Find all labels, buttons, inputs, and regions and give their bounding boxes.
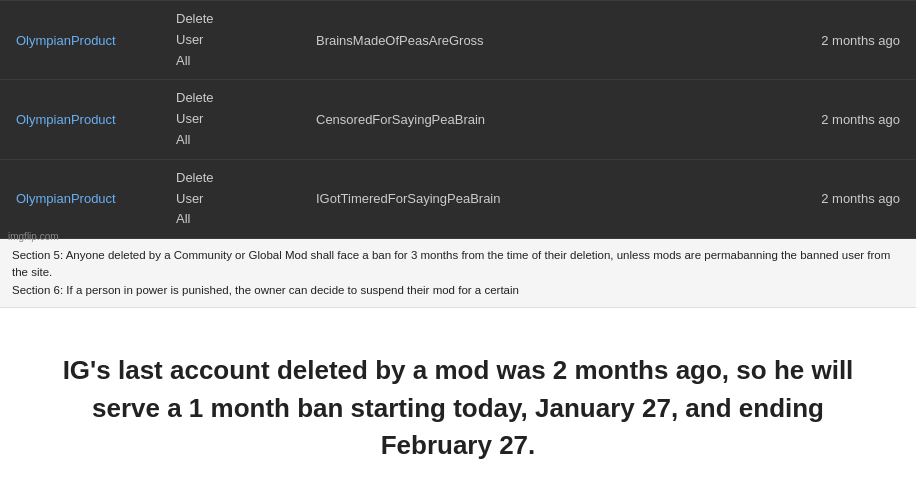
statement-section: IG's last account deleted by a mod was 2… [0,308,916,500]
rules-text: Section 5: Anyone deleted by a Community… [12,247,904,299]
col-target: IGotTimeredForSayingPeaBrain [316,191,770,206]
section5-text: Section 5: Anyone deleted by a Community… [12,249,890,278]
table-row: OlympianProduct DeleteUserAll IGotTimere… [0,160,916,239]
col-target: CensoredForSayingPeaBrain [316,112,770,127]
col-action: DeleteUserAll [176,168,316,230]
statement-text: IG's last account deleted by a mod was 2… [60,352,856,465]
bottom-area: Section 5: Anyone deleted by a Community… [0,239,916,500]
col-user: OlympianProduct [16,33,176,48]
col-time: 2 months ago [770,191,900,206]
section6-text: Section 6: If a person in power is punis… [12,284,519,296]
rules-section: Section 5: Anyone deleted by a Community… [0,239,916,308]
table-row: OlympianProduct DeleteUserAll CensoredFo… [0,80,916,159]
col-action: DeleteUserAll [176,9,316,71]
col-user: OlympianProduct [16,191,176,206]
col-target: BrainsMadeOfPeasAreGross [316,33,770,48]
table-row: OlympianProduct DeleteUserAll BrainsMade… [0,0,916,80]
col-user: OlympianProduct [16,112,176,127]
watermark: imgflip.com [8,231,59,242]
top-section: OlympianProduct DeleteUserAll BrainsMade… [0,0,916,239]
col-time: 2 months ago [770,33,900,48]
col-time: 2 months ago [770,112,900,127]
col-action: DeleteUserAll [176,88,316,150]
